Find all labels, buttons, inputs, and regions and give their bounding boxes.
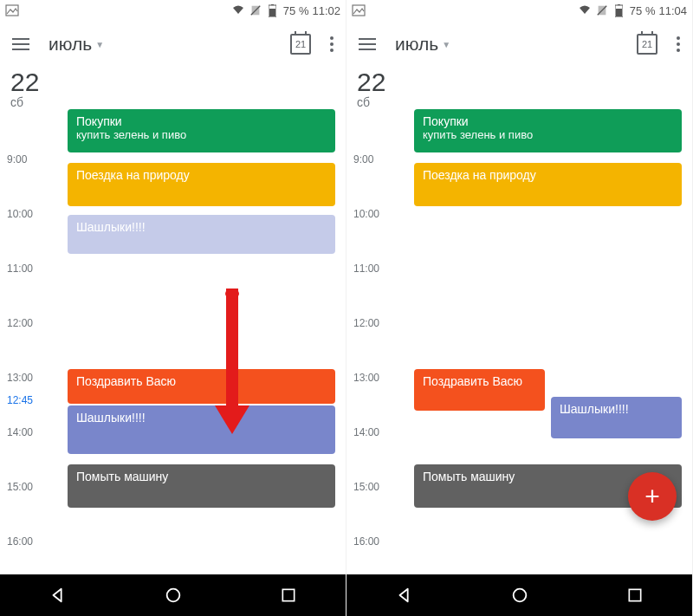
svg-point-17 [513,589,526,602]
month-label: июль [395,34,438,55]
clock: 11:04 [658,4,687,17]
calendar-event[interactable]: Поздравить Васю [414,369,545,411]
svg-point-9 [166,589,179,602]
today-day-num: 21 [295,39,306,49]
calendar-event[interactable]: Поездка на природу [414,163,682,206]
home-button[interactable] [161,583,185,607]
month-picker[interactable]: июль ▼ [49,34,104,55]
current-time-indicator: 12:45 [7,394,33,406]
calendar-event[interactable]: Покупкикупить зелень и пиво [68,109,335,152]
hour-label: 16:00 [353,535,379,548]
hour-label: 16:00 [7,535,33,548]
calendar-event[interactable]: Помыть машину [68,464,335,508]
svg-rect-15 [618,4,620,5]
phone-right: 75 % 11:04 июль ▼ 21 22 сб 9:0010:0011:0… [346,0,693,616]
chevron-down-icon: ▼ [95,40,104,49]
hour-label: 14:00 [353,426,379,438]
svg-rect-16 [616,9,622,16]
event-title: Шашлыки!!!! [560,402,673,416]
picture-icon [5,3,19,17]
chevron-down-icon: ▼ [442,40,450,49]
status-bar: 75 % 11:04 [346,0,692,21]
calendar-event[interactable]: Поездка на природу [68,163,335,206]
today-button[interactable]: 21 [290,34,311,55]
wifi-icon [578,3,592,17]
calendar-event[interactable]: Поздравить Васю [68,369,335,404]
menu-button[interactable] [359,38,376,50]
event-title: Шашлыки!!!! [76,220,327,234]
android-nav-bar [346,574,692,616]
hour-label: 12:00 [353,317,379,329]
overflow-button[interactable] [330,36,334,52]
battery-pct: 75 % [283,4,309,17]
wifi-icon [231,3,245,17]
app-bar: июль ▼ 21 [0,21,346,68]
calendar-event[interactable]: Шашлыки!!!! [68,215,335,254]
day-view[interactable]: 22 сб 9:0010:0011:0012:0013:0014:0015:00… [0,68,346,574]
hour-label: 13:00 [353,372,379,384]
hour-label: 9:00 [353,153,373,165]
menu-button[interactable] [12,38,29,50]
hour-label: 9:00 [7,153,27,165]
event-title: Покупки [423,114,673,128]
hour-label: 10:00 [7,208,33,220]
day-weekday: сб [10,95,39,109]
recents-button[interactable] [276,583,301,607]
battery-icon [266,3,280,17]
hour-label: 10:00 [353,208,379,220]
today-day-num: 21 [642,39,652,49]
svg-rect-4 [271,4,274,5]
hour-label: 13:00 [7,372,33,384]
recents-button[interactable] [623,583,647,607]
back-button[interactable] [392,583,417,607]
hour-label: 12:00 [7,317,33,329]
calendar-event[interactable]: Шашлыки!!!! [551,397,682,438]
battery-icon [612,3,626,17]
event-title: Поездка на природу [423,168,673,182]
hour-label: 11:00 [7,263,33,275]
hour-label: 15:00 [7,481,33,493]
day-view[interactable]: 22 сб 9:0010:0011:0012:0013:0014:0015:00… [346,68,692,574]
event-subtitle: купить зелень и пиво [76,128,327,141]
day-number: 22 [357,68,385,97]
no-sim-icon [595,3,609,17]
day-weekday: сб [357,95,385,109]
home-button[interactable] [508,583,532,607]
svg-rect-18 [629,589,640,600]
plus-icon: + [644,482,660,511]
month-picker[interactable]: июль ▼ [395,34,450,55]
no-sim-icon [249,3,262,17]
hour-label: 15:00 [353,481,379,493]
svg-rect-10 [282,589,294,600]
hour-label: 14:00 [7,426,33,438]
day-number: 22 [10,68,39,97]
svg-rect-5 [269,9,275,16]
day-header: 22 сб [357,68,385,109]
clock: 11:02 [312,4,340,17]
event-title: Поздравить Васю [423,374,536,388]
overflow-button[interactable] [677,36,680,52]
picture-icon [352,3,366,17]
app-bar: июль ▼ 21 [346,21,692,68]
event-title: Покупки [76,114,327,128]
event-title: Поздравить Васю [76,374,327,388]
fab-add-button[interactable]: + [628,472,677,521]
hour-label: 11:00 [353,263,379,275]
back-button[interactable] [46,583,70,607]
phone-left: 75 % 11:02 июль ▼ 21 22 сб 9:0010:0011:0… [0,0,346,616]
event-subtitle: купить зелень и пиво [423,128,673,141]
calendar-event[interactable]: Шашлыки!!!! [68,405,335,454]
event-title: Шашлыки!!!! [76,411,327,425]
android-nav-bar [0,574,346,616]
today-button[interactable]: 21 [637,34,657,55]
day-header: 22 сб [10,68,39,109]
status-bar: 75 % 11:02 [0,0,346,21]
battery-pct: 75 % [630,4,656,17]
event-title: Помыть машину [76,470,327,483]
month-label: июль [49,34,92,55]
event-title: Поездка на природу [76,168,327,182]
calendar-event[interactable]: Покупкикупить зелень и пиво [414,109,682,152]
